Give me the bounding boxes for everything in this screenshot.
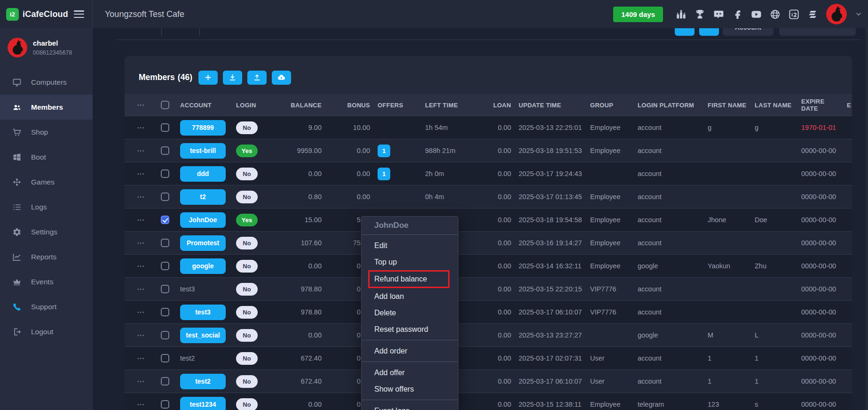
row-checkbox[interactable]	[161, 262, 169, 270]
context-menu-item-edit[interactable]: Edit	[362, 237, 458, 254]
table-row[interactable]: •••778899No9.0010.001h 54m0.002025-03-13…	[125, 116, 852, 139]
toolbar-partial-button[interactable]	[699, 28, 719, 36]
row-checkbox[interactable]	[161, 377, 169, 386]
user-avatar[interactable]	[826, 4, 847, 24]
row-checkbox[interactable]	[161, 193, 169, 201]
search-field[interactable]	[779, 28, 856, 36]
drag-handle-icon[interactable]: •••	[137, 194, 145, 200]
discord-icon[interactable]	[713, 9, 724, 20]
page-scrollbar[interactable]	[866, 28, 868, 410]
sidebar-item-shop[interactable]: Shop	[0, 120, 93, 145]
account-pill[interactable]: 778899	[180, 120, 226, 136]
sidebar-item-computers[interactable]: Computers	[0, 70, 93, 95]
table-row[interactable]: •••test2No672.400.000.002025-03-17 06:10…	[125, 370, 852, 393]
youtube-icon[interactable]	[751, 9, 762, 20]
sidebar-item-events[interactable]: Events	[0, 269, 93, 294]
ranking-icon[interactable]	[676, 9, 687, 20]
drag-handle-icon[interactable]: •••	[137, 309, 145, 315]
row-checkbox[interactable]	[161, 308, 169, 316]
app-logo[interactable]: i2 iCafeCloud	[6, 8, 68, 21]
offers-count-badge[interactable]: 1	[378, 145, 390, 157]
context-menu-item-reset-password[interactable]: Reset password	[362, 321, 458, 338]
table-row[interactable]: •••PromotestNo107.6075.000.002025-03-16 …	[125, 231, 852, 254]
export-members-button[interactable]	[247, 71, 267, 85]
globe-icon[interactable]	[770, 9, 781, 20]
account-pill[interactable]: test-brill	[180, 143, 226, 159]
drag-handle-icon[interactable]: •••	[137, 332, 145, 338]
import-members-button[interactable]	[223, 71, 242, 85]
drag-handle-icon[interactable]: •••	[137, 148, 145, 153]
context-menu-item-top-up[interactable]: Top up	[362, 254, 458, 270]
sidebar-item-settings[interactable]: Settings	[0, 219, 93, 244]
sidebar-profile[interactable]: charbel 008612345678	[0, 28, 93, 65]
table-row[interactable]: •••googleNo0.000.000.002025-03-14 16:32:…	[125, 254, 852, 277]
context-menu-item-add-loan[interactable]: Add loan	[362, 288, 458, 305]
drag-handle-icon[interactable]: •••	[137, 263, 145, 269]
drag-handle-icon[interactable]: •••	[137, 355, 145, 361]
table-row[interactable]: •••dddNo0.000.0012h 0m0.002025-03-17 19:…	[125, 162, 852, 185]
drag-handle-icon[interactable]: •••	[137, 402, 145, 407]
icafecloud-icon[interactable]	[789, 9, 799, 20]
sidebar-item-games[interactable]: Games	[0, 169, 93, 194]
row-checkbox[interactable]	[161, 331, 169, 339]
row-checkbox[interactable]	[161, 239, 169, 247]
context-menu-item-show-offers[interactable]: Show offers	[362, 381, 458, 397]
sidebar-item-boot[interactable]: Boot	[0, 145, 93, 169]
row-checkbox[interactable]	[161, 169, 169, 178]
row-checkbox[interactable]	[161, 123, 169, 132]
context-menu-item-add-offer[interactable]: Add offer	[362, 364, 458, 381]
account-pill[interactable]: test_social	[180, 328, 226, 343]
row-checkbox[interactable]	[161, 285, 169, 293]
row-checkbox[interactable]	[161, 146, 169, 155]
add-member-button[interactable]	[198, 71, 218, 85]
table-row[interactable]: •••test1234No0.000.000.002025-03-15 12:3…	[125, 393, 852, 410]
account-pill[interactable]: JohnDoe	[180, 212, 226, 228]
account-filter-dropdown[interactable]: Account	[723, 28, 773, 36]
sidebar-item-reports[interactable]: Reports	[0, 244, 93, 269]
drag-handle-icon[interactable]: •••	[137, 240, 145, 246]
drag-handle-icon[interactable]: •••	[137, 125, 145, 130]
sidebar-item-members[interactable]: Members	[0, 95, 93, 120]
row-handle-cell: •••	[125, 185, 148, 208]
row-checkbox[interactable]	[161, 216, 169, 224]
facebook-icon[interactable]	[732, 9, 743, 20]
context-menu-item-add-order[interactable]: Add order	[362, 343, 458, 359]
context-menu-item-delete[interactable]: Delete	[362, 305, 458, 321]
row-checkbox[interactable]	[161, 354, 169, 362]
drag-handle-icon[interactable]: •••	[137, 378, 145, 384]
table-row[interactable]: •••test-brillYes9959.000.001988h 21m0.00…	[125, 139, 852, 162]
table-row[interactable]: •••test3No978.800.000.002025-03-17 06:10…	[125, 300, 852, 323]
context-menu-item-refund-balance[interactable]: Refund balance	[368, 270, 450, 288]
enabled-cell	[840, 347, 852, 370]
account-pill[interactable]: Promotest	[180, 235, 226, 251]
row-checkbox[interactable]	[161, 400, 169, 409]
subscription-days-badge[interactable]: 1409 days	[613, 7, 663, 22]
trophy-icon[interactable]	[694, 9, 705, 20]
cloud-sync-button[interactable]	[272, 71, 291, 85]
table-row[interactable]: •••JohnDoeYes15.005.001h 49m0.002025-03-…	[125, 208, 852, 231]
account-pill[interactable]: t2	[180, 189, 226, 205]
drag-handle-icon[interactable]: •••	[137, 286, 145, 292]
layers-icon[interactable]	[807, 9, 818, 20]
context-menu-item-event-logs[interactable]: Event logs	[362, 402, 458, 410]
drag-handle-icon[interactable]: •••	[137, 171, 145, 177]
account-pill[interactable]: test3	[180, 305, 226, 320]
account-pill[interactable]: google	[180, 258, 226, 274]
offers-count-badge[interactable]: 1	[378, 168, 390, 180]
account-pill[interactable]: ddd	[180, 166, 226, 182]
select-all-checkbox[interactable]	[161, 101, 169, 109]
chevron-down-icon[interactable]	[855, 10, 862, 18]
table-row[interactable]: •••test2No672.400.000.002025-03-17 02:07…	[125, 346, 852, 370]
table-row[interactable]: •••t2No0.800.000h 4m0.002025-03-17 01:13…	[125, 185, 852, 208]
sidebar-item-logs[interactable]: Logs	[0, 194, 93, 219]
sidebar-item-logout[interactable]: Logout	[0, 319, 93, 344]
login-platform-cell: account	[631, 232, 701, 254]
drag-handle-icon[interactable]: •••	[137, 217, 145, 223]
hamburger-menu-icon[interactable]	[74, 10, 84, 18]
table-row[interactable]: •••test_socialNo0.000.000.002025-03-13 2…	[125, 323, 852, 346]
sidebar-item-support[interactable]: Support	[0, 294, 93, 319]
toolbar-partial-button[interactable]	[675, 28, 694, 36]
account-pill[interactable]: test2	[180, 374, 226, 389]
table-row[interactable]: •••test3No978.800.000.002025-03-15 22:20…	[125, 277, 852, 300]
account-pill[interactable]: test1234	[180, 397, 226, 410]
